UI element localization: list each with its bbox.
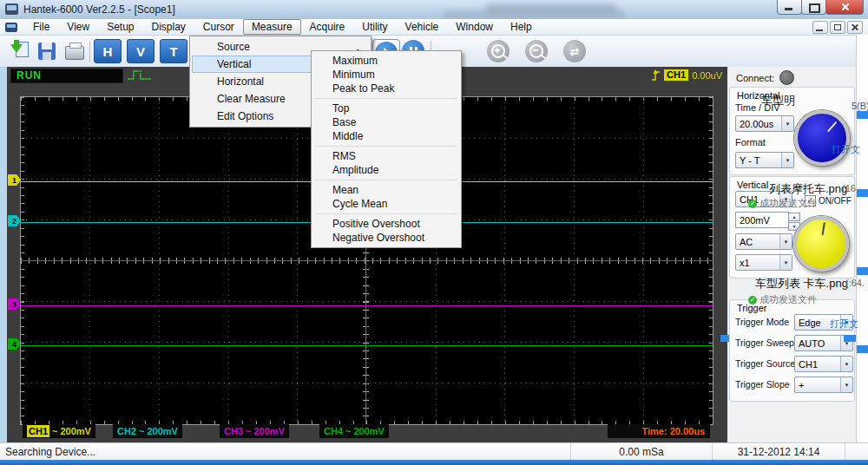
trigger-level-value: 0.00uV	[692, 70, 722, 81]
taskbar-edge	[0, 460, 868, 465]
chevron-down-icon: ▼	[779, 255, 792, 270]
run-status: RUN	[11, 69, 122, 82]
blurred-watermark	[443, 10, 625, 19]
submenu-item-minimum[interactable]: Minimum	[312, 68, 461, 82]
submenu-item-mean[interactable]: Mean	[312, 183, 461, 197]
submenu-item-middle[interactable]: Middle	[312, 129, 461, 143]
sample-rate: 0.00 mSa	[571, 443, 713, 461]
document-icon	[5, 23, 17, 32]
vertical-submenu: MaximumMinimumPeak to PeakTopBaseMiddleR…	[311, 50, 462, 248]
coupling-icon: ~	[52, 426, 57, 436]
volts-div-stepper[interactable]: 200mV ▲▼	[735, 212, 789, 228]
datetime: 31-12-2012 14:14	[713, 443, 845, 461]
horizontal-group-title: Horizontal	[737, 90, 854, 101]
horizontal-panel-button[interactable]: H	[94, 39, 122, 63]
trigger-slope-select[interactable]: +▼	[794, 377, 853, 393]
channel-readout-ch2[interactable]: CH2~200mV	[113, 424, 182, 438]
submenu-item-base[interactable]: Base	[312, 115, 461, 129]
zoom-out-icon	[525, 40, 548, 62]
stepper-up-icon[interactable]: ▲	[788, 213, 800, 221]
background-window-text: 列表摩托车.png	[769, 181, 847, 197]
coupling-select[interactable]: AC▼	[735, 233, 792, 250]
menu-item-acquire[interactable]: Acquire	[301, 19, 354, 35]
submenu-item-top[interactable]: Top	[312, 102, 461, 115]
menu-item-measure[interactable]: Measure	[243, 19, 301, 35]
coupling-icon: ~	[139, 426, 144, 436]
submenu-item-amplitude[interactable]: Amplitude	[312, 163, 461, 177]
select-value: Edge	[799, 318, 821, 328]
grid-line	[21, 383, 713, 383]
vertical-panel-button[interactable]: V	[127, 39, 155, 63]
menu-item-window[interactable]: Window	[447, 19, 502, 35]
minimize-button[interactable]	[777, 0, 802, 15]
submenu-item-peak-to-peak[interactable]: Peak to Peak	[312, 82, 461, 95]
submenu-item-cycle-mean[interactable]: Cycle Mean	[312, 197, 461, 211]
knob-pointer	[827, 121, 838, 132]
channel-scale: 200mV	[353, 426, 384, 436]
channel-name: CH1	[27, 425, 49, 437]
channel-readout-ch4[interactable]: CH4~200mV	[319, 424, 389, 438]
background-window-text: ✓成功发送文件	[748, 197, 817, 210]
format-select[interactable]: Y - T▼	[735, 152, 794, 168]
mdi-close-button[interactable]	[847, 21, 863, 34]
volts-div-knob[interactable]	[793, 216, 849, 272]
chevron-down-icon: ▼	[781, 116, 793, 131]
load-data-button[interactable]	[7, 39, 31, 63]
probe-select[interactable]: x1▼	[735, 254, 792, 271]
background-window-text: (16	[842, 183, 856, 193]
trigger-source-label: Trigger Source	[735, 358, 795, 369]
background-window-text: 5(B)	[852, 101, 868, 111]
background-window-text: ✓成功发送文件	[748, 293, 817, 306]
zoom-out-button[interactable]	[524, 39, 549, 63]
submenu-item-negative-overshoot[interactable]: Negative Overshoot	[312, 231, 461, 245]
channel-readout-ch3[interactable]: CH3~200mV	[220, 424, 289, 438]
chevron-down-icon: ▼	[779, 234, 792, 249]
mdi-restore-button[interactable]	[830, 21, 845, 34]
channel-marker-ch2[interactable]: 2	[8, 215, 21, 226]
background-progress-bar	[857, 111, 868, 119]
menu-item-file[interactable]: File	[24, 19, 58, 35]
menu-item-help[interactable]: Help	[502, 19, 541, 35]
format-label: Format	[735, 137, 766, 147]
select-value: +	[799, 380, 804, 390]
channel-scale: 200mV	[253, 426, 284, 436]
channel-marker-ch3[interactable]: 3	[8, 298, 21, 310]
close-button[interactable]	[825, 0, 864, 15]
trigger-slope-label: Trigger Slope	[735, 379, 790, 390]
trigger-mode-label: Trigger Mode	[735, 317, 789, 327]
trace-ch3	[21, 305, 713, 306]
channel-marker-ch1[interactable]: 1	[8, 174, 21, 186]
trigger-sweep-label: Trigger Sweep	[735, 337, 794, 348]
trigger-panel-button[interactable]: T	[160, 39, 187, 63]
trigger-source-select[interactable]: CH1▼	[794, 356, 853, 372]
menu-item-display[interactable]: Display	[143, 19, 194, 35]
menu-item-vehicle[interactable]: Vehicle	[397, 19, 448, 35]
grid-line	[21, 342, 713, 343]
background-window-fragment	[720, 335, 729, 342]
menu-item-utility[interactable]: Utility	[353, 19, 396, 35]
mdi-minimize-button[interactable]	[812, 21, 828, 34]
zoom-in-button[interactable]	[486, 39, 510, 63]
print-button[interactable]	[62, 39, 87, 63]
timebase-knob[interactable]	[794, 110, 850, 166]
app-window: Hantek-6000 Ver2.2.5 - [Scope1] FileView…	[0, 0, 868, 465]
submenu-item-rms[interactable]: RMS	[312, 149, 461, 163]
channel-name: CH2	[117, 426, 136, 436]
submenu-item-positive-overshoot[interactable]: Positive Overshoot	[312, 217, 461, 231]
maximize-button[interactable]	[801, 0, 826, 15]
window-controls	[778, 0, 864, 15]
refresh-button[interactable]: ⇄	[562, 39, 587, 63]
trigger-edge-icon	[651, 69, 661, 81]
channel-marker-ch4[interactable]: 4	[8, 338, 21, 350]
background-progress-bar	[857, 345, 868, 353]
maximize-icon	[809, 3, 820, 13]
time-div-select[interactable]: 20.00us▼	[735, 115, 794, 132]
menu-item-cursor[interactable]: Cursor	[194, 19, 243, 35]
save-button[interactable]	[35, 39, 59, 63]
submenu-item-maximum[interactable]: Maximum	[312, 54, 461, 68]
channel-readout-ch1[interactable]: CH1~200mV	[23, 424, 95, 438]
menu-item-setup[interactable]: Setup	[98, 19, 142, 35]
channel-scale: 200mV	[60, 426, 90, 436]
menu-item-view[interactable]: View	[58, 19, 98, 35]
printer-icon	[65, 46, 84, 60]
